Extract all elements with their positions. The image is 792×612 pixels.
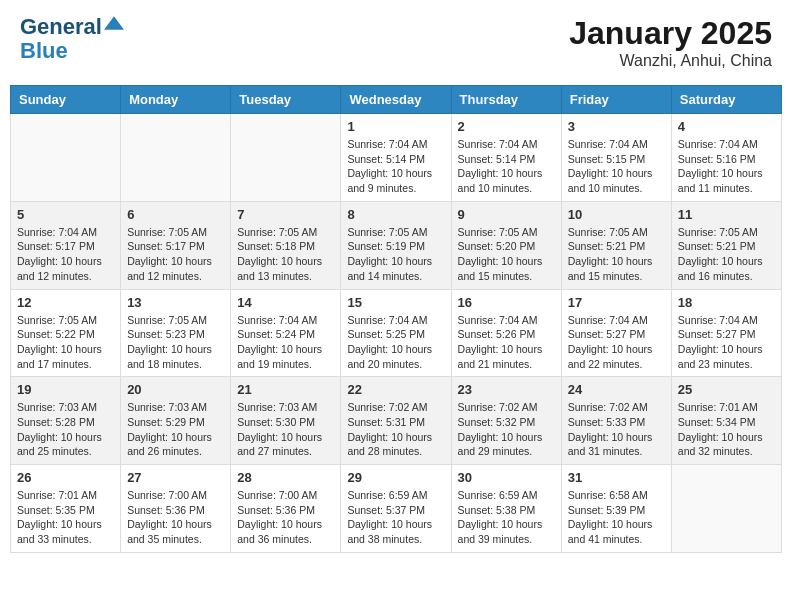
table-row: 23Sunrise: 7:02 AMSunset: 5:32 PMDayligh… [451, 377, 561, 465]
table-row: 6Sunrise: 7:05 AMSunset: 5:17 PMDaylight… [121, 201, 231, 289]
day-info: Sunrise: 7:03 AMSunset: 5:30 PMDaylight:… [237, 400, 334, 459]
day-number: 13 [127, 295, 224, 310]
day-number: 17 [568, 295, 665, 310]
day-info: Sunrise: 7:04 AMSunset: 5:14 PMDaylight:… [458, 137, 555, 196]
table-row: 31Sunrise: 6:58 AMSunset: 5:39 PMDayligh… [561, 465, 671, 553]
col-friday: Friday [561, 86, 671, 114]
day-info: Sunrise: 6:59 AMSunset: 5:38 PMDaylight:… [458, 488, 555, 547]
table-row: 12Sunrise: 7:05 AMSunset: 5:22 PMDayligh… [11, 289, 121, 377]
day-number: 16 [458, 295, 555, 310]
svg-marker-0 [104, 16, 124, 29]
table-row: 1Sunrise: 7:04 AMSunset: 5:14 PMDaylight… [341, 114, 451, 202]
day-number: 31 [568, 470, 665, 485]
day-number: 6 [127, 207, 224, 222]
table-row: 10Sunrise: 7:05 AMSunset: 5:21 PMDayligh… [561, 201, 671, 289]
day-number: 30 [458, 470, 555, 485]
day-info: Sunrise: 7:04 AMSunset: 5:27 PMDaylight:… [568, 313, 665, 372]
day-number: 25 [678, 382, 775, 397]
table-row: 9Sunrise: 7:05 AMSunset: 5:20 PMDaylight… [451, 201, 561, 289]
table-row: 18Sunrise: 7:04 AMSunset: 5:27 PMDayligh… [671, 289, 781, 377]
col-tuesday: Tuesday [231, 86, 341, 114]
calendar-table: Sunday Monday Tuesday Wednesday Thursday… [10, 85, 782, 553]
table-row: 20Sunrise: 7:03 AMSunset: 5:29 PMDayligh… [121, 377, 231, 465]
day-number: 18 [678, 295, 775, 310]
table-row: 7Sunrise: 7:05 AMSunset: 5:18 PMDaylight… [231, 201, 341, 289]
calendar-week-row: 5Sunrise: 7:04 AMSunset: 5:17 PMDaylight… [11, 201, 782, 289]
day-info: Sunrise: 7:04 AMSunset: 5:24 PMDaylight:… [237, 313, 334, 372]
day-info: Sunrise: 7:05 AMSunset: 5:23 PMDaylight:… [127, 313, 224, 372]
day-info: Sunrise: 7:01 AMSunset: 5:35 PMDaylight:… [17, 488, 114, 547]
calendar-week-row: 1Sunrise: 7:04 AMSunset: 5:14 PMDaylight… [11, 114, 782, 202]
page-header: General Blue January 2025 Wanzhi, Anhui,… [10, 10, 782, 75]
day-info: Sunrise: 7:04 AMSunset: 5:27 PMDaylight:… [678, 313, 775, 372]
location: Wanzhi, Anhui, China [569, 52, 772, 70]
col-thursday: Thursday [451, 86, 561, 114]
day-number: 23 [458, 382, 555, 397]
day-info: Sunrise: 6:59 AMSunset: 5:37 PMDaylight:… [347, 488, 444, 547]
day-info: Sunrise: 7:03 AMSunset: 5:29 PMDaylight:… [127, 400, 224, 459]
day-info: Sunrise: 7:04 AMSunset: 5:16 PMDaylight:… [678, 137, 775, 196]
table-row: 30Sunrise: 6:59 AMSunset: 5:38 PMDayligh… [451, 465, 561, 553]
calendar-week-row: 26Sunrise: 7:01 AMSunset: 5:35 PMDayligh… [11, 465, 782, 553]
calendar-week-row: 19Sunrise: 7:03 AMSunset: 5:28 PMDayligh… [11, 377, 782, 465]
day-info: Sunrise: 7:04 AMSunset: 5:25 PMDaylight:… [347, 313, 444, 372]
day-number: 19 [17, 382, 114, 397]
table-row [11, 114, 121, 202]
day-info: Sunrise: 7:02 AMSunset: 5:32 PMDaylight:… [458, 400, 555, 459]
day-number: 29 [347, 470, 444, 485]
day-info: Sunrise: 7:03 AMSunset: 5:28 PMDaylight:… [17, 400, 114, 459]
table-row: 17Sunrise: 7:04 AMSunset: 5:27 PMDayligh… [561, 289, 671, 377]
day-info: Sunrise: 7:04 AMSunset: 5:26 PMDaylight:… [458, 313, 555, 372]
day-info: Sunrise: 7:01 AMSunset: 5:34 PMDaylight:… [678, 400, 775, 459]
day-number: 27 [127, 470, 224, 485]
table-row: 3Sunrise: 7:04 AMSunset: 5:15 PMDaylight… [561, 114, 671, 202]
day-info: Sunrise: 6:58 AMSunset: 5:39 PMDaylight:… [568, 488, 665, 547]
day-info: Sunrise: 7:05 AMSunset: 5:17 PMDaylight:… [127, 225, 224, 284]
table-row: 5Sunrise: 7:04 AMSunset: 5:17 PMDaylight… [11, 201, 121, 289]
table-row: 15Sunrise: 7:04 AMSunset: 5:25 PMDayligh… [341, 289, 451, 377]
day-number: 12 [17, 295, 114, 310]
day-number: 14 [237, 295, 334, 310]
col-monday: Monday [121, 86, 231, 114]
day-info: Sunrise: 7:00 AMSunset: 5:36 PMDaylight:… [127, 488, 224, 547]
logo: General Blue [20, 15, 124, 63]
day-info: Sunrise: 7:02 AMSunset: 5:33 PMDaylight:… [568, 400, 665, 459]
table-row: 24Sunrise: 7:02 AMSunset: 5:33 PMDayligh… [561, 377, 671, 465]
col-wednesday: Wednesday [341, 86, 451, 114]
day-number: 11 [678, 207, 775, 222]
day-number: 5 [17, 207, 114, 222]
day-number: 9 [458, 207, 555, 222]
day-number: 2 [458, 119, 555, 134]
day-number: 4 [678, 119, 775, 134]
day-number: 28 [237, 470, 334, 485]
month-title: January 2025 [569, 15, 772, 52]
logo-icon [104, 13, 124, 33]
day-info: Sunrise: 7:04 AMSunset: 5:14 PMDaylight:… [347, 137, 444, 196]
logo-text-general: General [20, 15, 102, 39]
day-number: 20 [127, 382, 224, 397]
table-row: 4Sunrise: 7:04 AMSunset: 5:16 PMDaylight… [671, 114, 781, 202]
table-row: 14Sunrise: 7:04 AMSunset: 5:24 PMDayligh… [231, 289, 341, 377]
day-number: 3 [568, 119, 665, 134]
col-saturday: Saturday [671, 86, 781, 114]
day-info: Sunrise: 7:04 AMSunset: 5:15 PMDaylight:… [568, 137, 665, 196]
day-number: 22 [347, 382, 444, 397]
table-row: 13Sunrise: 7:05 AMSunset: 5:23 PMDayligh… [121, 289, 231, 377]
day-info: Sunrise: 7:05 AMSunset: 5:21 PMDaylight:… [568, 225, 665, 284]
table-row: 16Sunrise: 7:04 AMSunset: 5:26 PMDayligh… [451, 289, 561, 377]
table-row: 26Sunrise: 7:01 AMSunset: 5:35 PMDayligh… [11, 465, 121, 553]
day-number: 26 [17, 470, 114, 485]
table-row: 25Sunrise: 7:01 AMSunset: 5:34 PMDayligh… [671, 377, 781, 465]
table-row [121, 114, 231, 202]
day-info: Sunrise: 7:05 AMSunset: 5:20 PMDaylight:… [458, 225, 555, 284]
col-sunday: Sunday [11, 86, 121, 114]
day-number: 24 [568, 382, 665, 397]
day-number: 15 [347, 295, 444, 310]
day-info: Sunrise: 7:05 AMSunset: 5:22 PMDaylight:… [17, 313, 114, 372]
table-row: 19Sunrise: 7:03 AMSunset: 5:28 PMDayligh… [11, 377, 121, 465]
table-row: 21Sunrise: 7:03 AMSunset: 5:30 PMDayligh… [231, 377, 341, 465]
day-number: 8 [347, 207, 444, 222]
table-row: 27Sunrise: 7:00 AMSunset: 5:36 PMDayligh… [121, 465, 231, 553]
table-row: 22Sunrise: 7:02 AMSunset: 5:31 PMDayligh… [341, 377, 451, 465]
table-row: 29Sunrise: 6:59 AMSunset: 5:37 PMDayligh… [341, 465, 451, 553]
